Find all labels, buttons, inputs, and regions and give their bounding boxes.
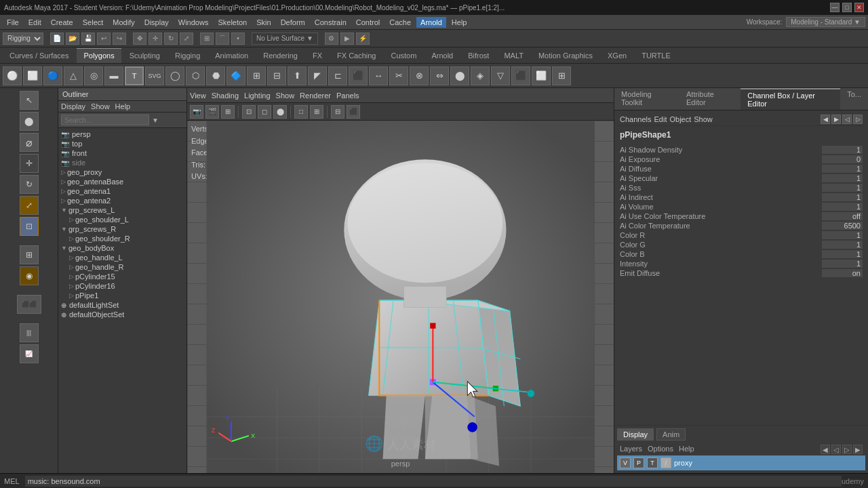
shelf-cube[interactable]: ⬜	[23, 66, 42, 85]
shelf-poly5[interactable]: 🔷	[226, 66, 245, 85]
chbox-object-tab[interactable]: Object	[669, 115, 691, 123]
shelf-edge-loop[interactable]: ↔	[369, 66, 388, 85]
layer-playback-btn[interactable]: P	[633, 458, 644, 468]
outliner-menu-help[interactable]: Help	[115, 102, 131, 110]
menu-control[interactable]: Control	[352, 17, 384, 28]
wf-xgen[interactable]: XGen	[601, 48, 633, 63]
menu-help[interactable]: Help	[448, 17, 471, 28]
channel-box-collapse-btn[interactable]: ◀	[821, 115, 830, 124]
shelf-more2[interactable]: ⬜	[532, 66, 551, 85]
le-help-btn[interactable]: Help	[679, 445, 694, 454]
vp-wireframe-btn[interactable]: ◻	[258, 105, 271, 119]
wf-fx-caching[interactable]: FX Caching	[330, 48, 382, 63]
attr-value[interactable]: 1	[822, 260, 863, 268]
rotate-tool[interactable]: ↻	[164, 33, 178, 45]
wf-curves-surfaces[interactable]: Curves / Surfaces	[3, 48, 75, 63]
outliner-menu-show[interactable]: Show	[91, 102, 110, 110]
wf-animation[interactable]: Animation	[208, 48, 255, 63]
le-prev2-btn[interactable]: ◁	[831, 445, 841, 454]
le-layers-btn[interactable]: Layers	[620, 445, 642, 454]
scale-tool[interactable]: ⤢	[180, 33, 193, 45]
vp-menu-lighting[interactable]: Lighting	[244, 92, 271, 100]
menu-arnold[interactable]: Arnold	[416, 17, 446, 28]
vp-menu-panels[interactable]: Panels	[336, 92, 359, 100]
paint-btn[interactable]: ⬤	[20, 112, 39, 131]
list-item[interactable]: ▷ geo_proxy	[58, 167, 186, 177]
le-tab-display[interactable]: Display	[617, 428, 654, 441]
snap-grid[interactable]: ⊞	[200, 33, 214, 45]
vp-select-mask[interactable]: ⊡	[242, 105, 256, 119]
list-item[interactable]: 📷 front	[58, 148, 186, 158]
vp-menu-view[interactable]: View	[190, 92, 206, 100]
open-file-btn[interactable]: 📂	[66, 33, 79, 45]
shelf-more3[interactable]: ⊞	[552, 66, 571, 85]
le-tab-anim[interactable]: Anim	[656, 428, 686, 441]
list-item[interactable]: ▷ geo_antena1	[58, 186, 186, 196]
menu-constrain[interactable]: Constrain	[311, 17, 351, 28]
shelf-text[interactable]: T	[125, 66, 144, 85]
list-item[interactable]: ▷ geo_antenaBase	[58, 177, 186, 186]
list-item[interactable]: ⊕ defaultObjectSet	[58, 310, 186, 319]
search-dropdown-arrow[interactable]: ▼	[152, 117, 159, 124]
layer-type-btn[interactable]: T	[647, 458, 658, 468]
menu-modify[interactable]: Modify	[108, 17, 138, 28]
shelf-bevel[interactable]: ◤	[308, 66, 327, 85]
list-item[interactable]: ▷ geo_handle_L	[58, 253, 186, 262]
list-item[interactable]: ▷ geo_shoulder_L	[58, 215, 186, 224]
list-item[interactable]: ▷ pCylinder16	[58, 281, 186, 291]
menu-skin[interactable]: Skin	[252, 17, 275, 28]
shelf-remesh[interactable]: ◈	[471, 66, 490, 85]
wf-arnold[interactable]: Arnold	[425, 48, 460, 63]
minimize-button[interactable]: —	[830, 3, 840, 12]
vp-hud-btn[interactable]: ⊟	[331, 105, 344, 119]
vp-menu-show[interactable]: Show	[276, 92, 295, 100]
list-item[interactable]: ▼ grp_screws_R	[58, 224, 186, 234]
no-live-surface[interactable]: No Live Surface ▼	[252, 33, 318, 45]
attr-value[interactable]: 1	[822, 193, 863, 201]
attr-value[interactable]: 1	[822, 184, 863, 192]
shelf-poly4[interactable]: ⬣	[206, 66, 225, 85]
attr-value[interactable]: 1	[822, 241, 863, 249]
le-next2-btn[interactable]: ▶	[853, 445, 863, 454]
chbox-edit-tab[interactable]: Edit	[654, 115, 667, 123]
attr-value[interactable]: 1	[822, 250, 863, 258]
outliner-menu-display[interactable]: Display	[61, 102, 85, 110]
command-input[interactable]	[25, 476, 842, 487]
redo-btn[interactable]: ↪	[113, 33, 126, 45]
vp-film-btn[interactable]: 🎬	[205, 105, 219, 119]
channel-box-right-btn[interactable]: ▷	[853, 115, 863, 124]
vp-resolution-btn[interactable]: ⬛	[347, 105, 360, 119]
menu-skeleton[interactable]: Skeleton	[214, 17, 251, 28]
wf-rigging[interactable]: Rigging	[168, 48, 207, 63]
list-item[interactable]: ▼ grp_screws_L	[58, 205, 186, 215]
shelf-plane[interactable]: ▬	[104, 66, 123, 85]
attr-value[interactable]: 6500	[822, 222, 863, 230]
list-item[interactable]: ▷ geo_shoulder_R	[58, 234, 186, 243]
channel-box-left-btn[interactable]: ◁	[842, 115, 852, 124]
rotate-mode-btn[interactable]: ↻	[20, 175, 39, 194]
sculpt-btn[interactable]: ⌀	[20, 133, 39, 152]
rp-tab-more[interactable]: To...	[840, 88, 868, 110]
shelf-bridge[interactable]: ⊏	[328, 66, 347, 85]
snap-curve[interactable]: ⌒	[216, 33, 229, 45]
shelf-target-weld[interactable]: ⊗	[410, 66, 429, 85]
list-item[interactable]: 📷 top	[58, 139, 186, 148]
wf-fx[interactable]: FX	[306, 48, 329, 63]
vp-menu-shading[interactable]: Shading	[212, 92, 239, 100]
wf-rendering[interactable]: Rendering	[256, 48, 304, 63]
render-btn[interactable]: ▶	[340, 33, 354, 45]
chbox-channels-tab[interactable]: Channels	[620, 115, 651, 123]
rp-tab-attribute-editor[interactable]: Attribute Editor	[679, 88, 741, 110]
menu-create[interactable]: Create	[47, 17, 77, 28]
shelf-torus[interactable]: ◎	[84, 66, 103, 85]
attr-value[interactable]: 1	[822, 203, 863, 211]
shelf-poly2[interactable]: ◯	[165, 66, 184, 85]
undo-btn[interactable]: ↩	[97, 33, 111, 45]
outliner-search-input[interactable]	[61, 115, 149, 125]
ipr-btn[interactable]: ⚡	[356, 33, 370, 45]
menu-deform[interactable]: Deform	[277, 17, 309, 28]
snap-point[interactable]: •	[231, 33, 245, 45]
scale-mode-btn[interactable]: ⤢	[20, 196, 39, 215]
select-mode-btn[interactable]: ↖	[20, 91, 39, 110]
wf-sculpting[interactable]: Sculpting	[123, 48, 167, 63]
